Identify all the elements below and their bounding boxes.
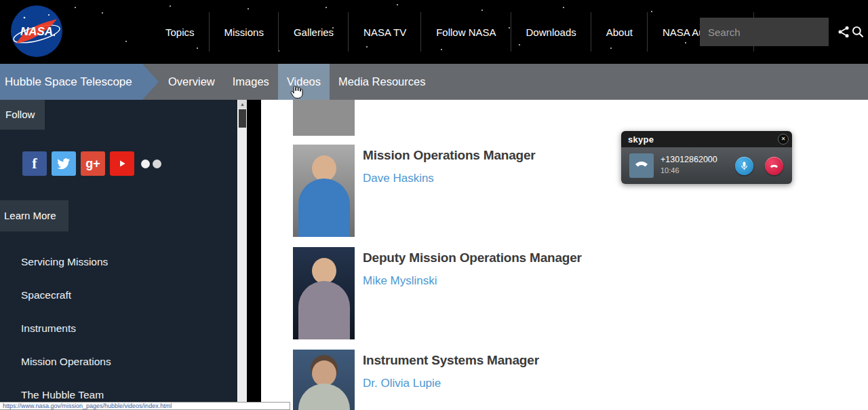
sidebar-item-spacecraft[interactable]: Spacecraft: [0, 278, 237, 312]
skype-body: +13012862000 10:46: [621, 147, 792, 184]
hang-up-icon: [769, 161, 779, 171]
skype-logo: skype: [628, 134, 654, 145]
person-text: Instrument Systems Manager Dr. Olivia Lu…: [355, 350, 539, 410]
nav-item-follow-nasa[interactable]: Follow NASA: [421, 0, 511, 64]
person-photo[interactable]: [293, 247, 355, 339]
close-icon[interactable]: ✕: [778, 134, 789, 145]
nav-item-about[interactable]: About: [591, 0, 648, 64]
top-navigation-bar: NASA Topics Missions Galleries NASA TV F…: [0, 0, 868, 64]
youtube-icon[interactable]: [110, 151, 134, 176]
vertical-scrollbar[interactable]: ▲: [238, 100, 247, 410]
phone-icon: [629, 153, 654, 178]
twitter-bird-icon: [56, 156, 71, 171]
microphone-icon: [739, 161, 749, 171]
section-tabs: Overview Images Videos Media Resources: [159, 64, 434, 100]
twitter-icon[interactable]: [52, 151, 76, 176]
tab-images[interactable]: Images: [224, 64, 278, 100]
scrollbar-thumb[interactable]: [239, 109, 246, 128]
caller-number: +13012862000: [660, 155, 717, 164]
status-bar-url: https://www.nasa.gov/mission_pages/hubbl…: [0, 402, 290, 410]
tab-media-resources[interactable]: Media Resources: [330, 64, 434, 100]
gplus-glyph: g+: [85, 157, 100, 171]
skype-call-widget: skype ✕ +13012862000 10:46: [621, 131, 792, 184]
person-title: Mission Operations Manager: [363, 148, 536, 163]
person-text: Deputy Mission Operations Manager Mike M…: [355, 247, 582, 339]
svg-text:NASA: NASA: [20, 25, 53, 38]
person-title: Instrument Systems Manager: [363, 353, 539, 368]
flickr-dot-left: [141, 160, 150, 168]
hang-up-button[interactable]: [765, 157, 783, 175]
skype-header: skype: [621, 131, 792, 147]
nasa-logo[interactable]: NASA: [9, 4, 64, 58]
nav-item-missions[interactable]: Missions: [210, 0, 279, 64]
sidebar-item-instruments[interactable]: Instruments: [0, 312, 237, 345]
sidebar-menu: Servicing Missions Spacecraft Instrument…: [0, 245, 237, 410]
nav-item-galleries[interactable]: Galleries: [279, 0, 349, 64]
facebook-glyph: f: [32, 155, 37, 172]
follow-label: Follow: [0, 100, 45, 130]
learn-more-label[interactable]: Learn More: [0, 200, 68, 231]
sidebar-item-mission-operations[interactable]: Mission Operations: [0, 345, 237, 378]
scroll-up-arrow[interactable]: ▲: [238, 100, 247, 109]
person-name-link[interactable]: Mike Myslinski: [363, 274, 582, 288]
person-row: Instrument Systems Manager Dr. Olivia Lu…: [293, 350, 713, 410]
flickr-dot-right: [153, 160, 161, 168]
section-title-chevron[interactable]: Hubble Space Telescope: [0, 64, 159, 100]
search-icon[interactable]: [851, 25, 865, 39]
top-nav-menu: Topics Missions Galleries NASA TV Follow…: [151, 0, 754, 64]
tab-overview[interactable]: Overview: [159, 64, 224, 100]
page: NASA Topics Missions Galleries NASA TV F…: [0, 0, 868, 410]
search-input[interactable]: [700, 26, 851, 38]
star-decoration: [75, 7, 76, 8]
section-navigation-bar: Hubble Space Telescope Overview Images V…: [0, 64, 868, 100]
person-name-link[interactable]: Dr. Olivia Lupie: [363, 377, 539, 390]
call-time: 10:46: [660, 166, 679, 174]
person-photo[interactable]: [293, 145, 355, 237]
google-plus-icon[interactable]: g+: [81, 151, 105, 176]
person-row: Deputy Mission Operations Manager Mike M…: [293, 247, 713, 339]
nav-item-topics[interactable]: Topics: [151, 0, 210, 64]
person-title: Deputy Mission Operations Manager: [363, 250, 582, 265]
sidebar-item-servicing-missions[interactable]: Servicing Missions: [0, 245, 237, 278]
person-photo[interactable]: [293, 350, 355, 410]
flickr-icon[interactable]: [139, 151, 163, 176]
sidebar: Follow f g+ Learn More Servicing Mission…: [0, 100, 237, 410]
play-icon: [115, 157, 129, 170]
search-box: [700, 18, 829, 46]
partial-photo-thumbnail: [293, 100, 355, 136]
tab-videos[interactable]: Videos: [278, 64, 330, 100]
nav-item-nasa-tv[interactable]: NASA TV: [349, 0, 421, 64]
share-icon[interactable]: [837, 25, 850, 39]
facebook-icon[interactable]: f: [22, 151, 47, 176]
person-name-link[interactable]: Dave Haskins: [363, 172, 536, 185]
nav-item-downloads[interactable]: Downloads: [511, 0, 591, 64]
social-icons-row: f g+: [22, 151, 163, 176]
content-divider: [247, 100, 261, 410]
person-text: Mission Operations Manager Dave Haskins: [355, 145, 536, 237]
microphone-button[interactable]: [735, 157, 753, 175]
